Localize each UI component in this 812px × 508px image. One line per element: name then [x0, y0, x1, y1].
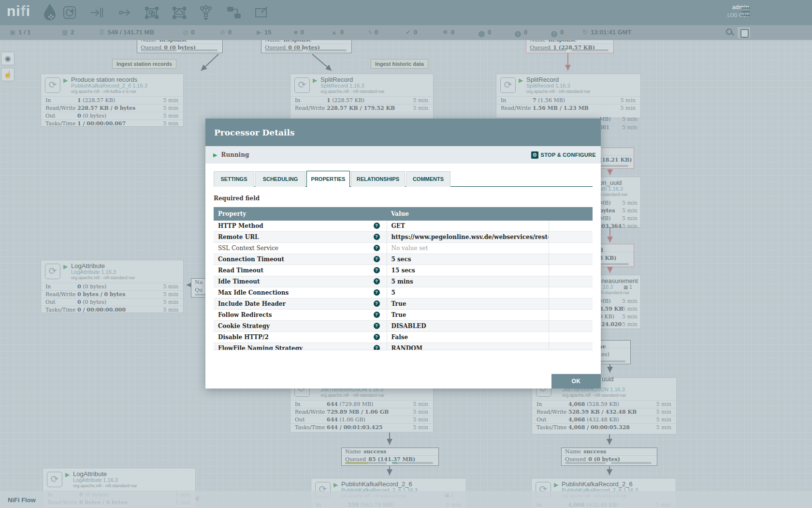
- tab-comments[interactable]: COMMENTS: [406, 171, 450, 187]
- property-row: SSL Context Service?No value set: [214, 243, 593, 254]
- help-icon[interactable]: ?: [374, 245, 380, 251]
- help-icon[interactable]: ?: [374, 223, 380, 229]
- processor-details-dialog: Processor Details ▶ Running ⚙ STOP & CON…: [205, 119, 601, 388]
- filler-cell: [549, 243, 593, 254]
- properties-table-header: Property Value: [214, 207, 593, 221]
- filler-cell: [549, 265, 593, 276]
- value-column-header: Value: [387, 207, 549, 221]
- property-name: FlowFile Naming Strategy?: [214, 343, 387, 350]
- dialog-title: Processor Details: [214, 128, 295, 137]
- property-column-header: Property: [214, 207, 387, 221]
- filler-cell: [549, 221, 593, 231]
- property-row: Cookie Strategy?DISABLED: [214, 321, 593, 332]
- property-row: Connection Timeout?5 secs: [214, 254, 593, 265]
- dialog-header: Processor Details: [205, 119, 601, 146]
- filler-cell: [549, 332, 593, 343]
- filler-cell: [549, 232, 593, 242]
- property-name: Follow Redirects?: [214, 310, 387, 320]
- property-name: SSL Context Service?: [214, 243, 387, 254]
- ok-button[interactable]: OK: [551, 374, 601, 388]
- property-value: False: [387, 332, 549, 343]
- property-name: Connection Timeout?: [214, 254, 387, 265]
- filler-cell: [549, 299, 593, 309]
- property-value: 5 mins: [387, 276, 549, 287]
- property-value: 5: [387, 287, 549, 298]
- help-icon[interactable]: ?: [374, 323, 380, 329]
- help-icon[interactable]: ?: [374, 312, 380, 318]
- help-icon[interactable]: ?: [374, 256, 380, 262]
- run-state-label: Running: [221, 151, 249, 158]
- filler-cell: [549, 254, 593, 265]
- property-value: https://www.pegelonline.wsv.de/webservic…: [387, 232, 549, 242]
- filler-cell: [549, 276, 593, 287]
- tab-settings[interactable]: SETTINGS: [214, 171, 254, 187]
- property-name: Max Idle Connections?: [214, 287, 387, 298]
- stop-configure-button[interactable]: ⚙ STOP & CONFIGURE: [531, 151, 596, 159]
- filler-cell: [549, 321, 593, 331]
- property-row: Include Date Header?True: [214, 299, 593, 310]
- filler-cell: [549, 310, 593, 320]
- help-icon[interactable]: ?: [374, 278, 380, 284]
- help-icon[interactable]: ?: [374, 345, 380, 350]
- help-icon[interactable]: ?: [374, 334, 380, 340]
- tab-properties[interactable]: PROPERTIES: [306, 171, 350, 187]
- filler-cell: [549, 287, 593, 298]
- gear-icon: ⚙: [531, 151, 538, 159]
- property-row: Read Timeout?15 secs: [214, 265, 593, 276]
- filler-cell: [549, 343, 593, 350]
- property-row: Follow Redirects?True: [214, 310, 593, 321]
- dialog-tabbar: SETTINGSSCHEDULINGPROPERTIESRELATIONSHIP…: [214, 170, 593, 187]
- help-icon[interactable]: ?: [374, 267, 380, 273]
- property-name: Disable HTTP/2?: [214, 332, 387, 343]
- property-value: GET: [387, 221, 549, 231]
- required-field-note: Required field: [214, 195, 593, 202]
- help-icon[interactable]: ?: [374, 300, 380, 307]
- property-row: HTTP Method?GET: [214, 221, 593, 232]
- property-value: DISABLED: [387, 321, 549, 331]
- property-row: Idle Timeout?5 mins: [214, 276, 593, 287]
- tab-relationships[interactable]: RELATIONSHIPS: [351, 171, 405, 187]
- property-name: HTTP Method?: [214, 221, 387, 231]
- property-name: Read Timeout?: [214, 265, 387, 276]
- processor-status-strip: ▶ Running ⚙ STOP & CONFIGURE: [205, 146, 601, 164]
- property-row: FlowFile Naming Strategy?RANDOM: [214, 343, 593, 350]
- property-name: Remote URL?: [214, 232, 387, 242]
- property-value: 5 secs: [387, 254, 549, 265]
- property-name: Cookie Strategy?: [214, 321, 387, 331]
- tab-scheduling[interactable]: SCHEDULING: [255, 171, 305, 187]
- property-value: No value set: [387, 243, 549, 254]
- property-row: Max Idle Connections?5: [214, 287, 593, 299]
- property-name: Include Date Header?: [214, 299, 387, 309]
- property-row: Disable HTTP/2?False: [214, 332, 593, 343]
- property-name: Idle Timeout?: [214, 276, 387, 287]
- property-value: RANDOM: [387, 343, 549, 350]
- properties-table: Property Value HTTP Method?GETRemote URL…: [214, 207, 593, 350]
- property-value: 15 secs: [387, 265, 549, 276]
- help-icon[interactable]: ?: [374, 289, 380, 296]
- property-value: True: [387, 299, 549, 309]
- help-icon[interactable]: ?: [374, 234, 380, 240]
- running-icon: ▶: [213, 152, 217, 158]
- property-value: True: [387, 310, 549, 320]
- property-row: Remote URL?https://www.pegelonline.wsv.d…: [214, 232, 593, 243]
